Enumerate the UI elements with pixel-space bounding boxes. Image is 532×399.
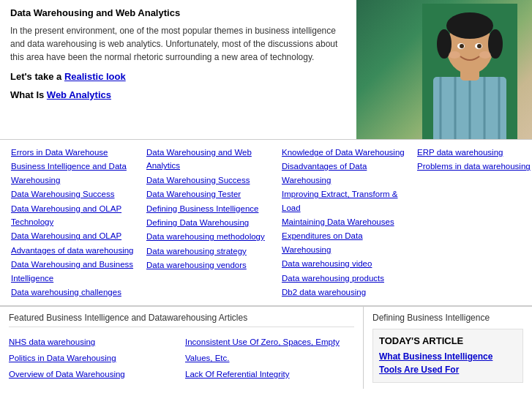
- link-item[interactable]: Disadvantages of Data Warehousing: [282, 160, 410, 187]
- realistic-look-line: Let's take a Realistic look: [10, 71, 346, 82]
- links-col-2: Data Warehousing and Web AnalyticsData W…: [143, 146, 278, 299]
- link-item[interactable]: ERP data warehousing: [417, 146, 532, 159]
- link-item[interactable]: Defining Data Warehousing: [146, 216, 274, 229]
- link-item[interactable]: Data warehousing vendors: [146, 258, 274, 272]
- link-item[interactable]: Data Warehousing and Web Analytics: [146, 146, 274, 173]
- featured-articles-heading: Featured Business Intelligence and Dataw…: [9, 313, 354, 327]
- featured-links-col2: Inconsistent Use Of Zero, Spaces, Empty …: [185, 335, 354, 383]
- link-item[interactable]: Business Intelligence and Data Warehousi…: [11, 160, 139, 187]
- link-item[interactable]: Data warehousing methodology: [146, 230, 274, 243]
- svg-point-9: [446, 12, 493, 39]
- link-item[interactable]: Improving Extract, Transform & Load: [282, 187, 410, 215]
- link-item[interactable]: Data Warehousing and Business Intelligen…: [11, 258, 139, 285]
- link-item[interactable]: Data Warehousing Success: [11, 187, 139, 201]
- featured-articles: Featured Business Intelligence and Dataw…: [0, 307, 364, 389]
- link-item[interactable]: Data Warehousing and OLAP Technology: [11, 202, 139, 229]
- today-article-link[interactable]: What Business Intelligence Tools Are Use…: [379, 351, 492, 375]
- link-item[interactable]: Lack Of Referential Integrity: [185, 367, 354, 383]
- link-item[interactable]: Db2 data warehousing: [282, 286, 410, 299]
- today-label: TODAY'S ARTICLE: [379, 335, 517, 346]
- link-item[interactable]: Data warehousing video: [282, 257, 410, 270]
- svg-point-15: [477, 44, 482, 48]
- realistic-prefix: Let's take a: [10, 71, 64, 82]
- link-item[interactable]: Defining Business Intelligence: [146, 202, 274, 215]
- link-item[interactable]: Data warehousing products: [282, 272, 410, 285]
- web-analytics-link[interactable]: Web Analytics: [47, 89, 111, 100]
- top-right-photo: [356, 0, 532, 139]
- svg-point-14: [460, 44, 464, 48]
- today-article-box: TODAY'S ARTICLE What Business Intelligen…: [372, 329, 523, 383]
- link-item[interactable]: Maintaining Data Warehouses: [282, 215, 410, 228]
- link-item[interactable]: Errors in Data Warehouse: [11, 146, 139, 159]
- links-col-1: Errors in Data WarehouseBusiness Intelli…: [7, 146, 143, 299]
- link-item[interactable]: Data Warehousing and OLAP: [11, 229, 139, 242]
- link-item[interactable]: Inconsistent Use Of Zero, Spaces, Empty …: [185, 335, 354, 367]
- realistic-look-link[interactable]: Realistic look: [64, 71, 126, 82]
- links-section: Errors in Data WarehouseBusiness Intelli…: [0, 139, 532, 306]
- link-item[interactable]: Data Warehousing Success: [146, 174, 274, 187]
- link-item[interactable]: Data warehousing strategy: [146, 245, 274, 258]
- links-col-4: ERP data warehousingProblems in data war…: [413, 146, 532, 299]
- featured-links-col1: NHS data warehousingPolitics in Data War…: [9, 335, 178, 383]
- bottom-section: Featured Business Intelligence and Dataw…: [0, 306, 532, 389]
- link-item[interactable]: Knowledge of Data Warehousing: [282, 146, 410, 159]
- top-left-content: Data Warehousing and Web Analytics In th…: [0, 0, 356, 139]
- links-col-3: Knowledge of Data WarehousingDisadvantag…: [278, 146, 413, 299]
- link-item[interactable]: Problems in data warehousing: [417, 160, 532, 173]
- link-item[interactable]: Advantages of data warehousing: [11, 244, 139, 257]
- link-item[interactable]: Data Warehousing Tester: [146, 187, 274, 201]
- person-image: [422, 4, 517, 139]
- web-analytics-line: What Is Web Analytics: [10, 89, 346, 100]
- link-item[interactable]: Politics in Data Warehousing: [9, 351, 178, 367]
- defining-bi-heading: Defining Business Intelligence: [372, 313, 523, 323]
- top-section: Data Warehousing and Web Analytics In th…: [0, 0, 532, 139]
- svg-point-16: [449, 51, 460, 59]
- link-item[interactable]: Expenditures on Data Warehousing: [282, 229, 410, 256]
- link-item[interactable]: Data warehousing challenges: [11, 286, 139, 299]
- link-item[interactable]: NHS data warehousing: [9, 335, 178, 351]
- page-title: Data Warehousing and Web Analytics: [10, 7, 346, 18]
- featured-links-grid: NHS data warehousingPolitics in Data War…: [9, 335, 354, 383]
- photo-area: [356, 0, 532, 139]
- svg-point-17: [479, 51, 491, 59]
- link-item[interactable]: Overview of Data Warehousing: [9, 367, 178, 383]
- webanalytics-prefix: What Is: [10, 89, 47, 100]
- defining-bi: Defining Business Intelligence TODAY'S A…: [364, 307, 532, 389]
- intro-text: In the present environment, one of the m…: [10, 24, 346, 64]
